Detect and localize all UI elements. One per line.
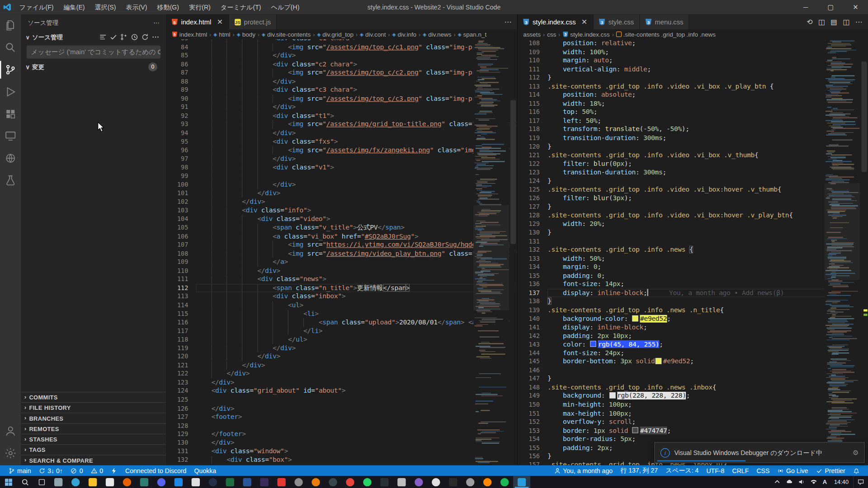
gimp-taskbar-icon[interactable]	[290, 476, 307, 488]
network-icon[interactable]	[808, 476, 820, 488]
code-line-152[interactable]: 152 overflow-y: scroll;	[518, 418, 868, 427]
refresh-icon[interactable]	[141, 33, 149, 41]
code-line-96[interactable]: 96 <img src="/assets/img/fx/zangeki1.png…	[166, 146, 517, 155]
code-line-93[interactable]: 93 <img src="/assets/img/grid_top-title.…	[166, 120, 517, 129]
code-line-102[interactable]: 102 </div>	[166, 198, 517, 206]
breadcrumb-item[interactable]: css	[547, 31, 556, 38]
remote-explorer-icon[interactable]	[0, 125, 21, 147]
code-line-125[interactable]: 125.site-contents .grid_top .info .video…	[518, 186, 868, 194]
code-line-124[interactable]: 124 <div class="grid_about" id="about">	[166, 387, 517, 395]
gitlens-section-branches[interactable]: ›BRANCHES	[21, 413, 166, 423]
code-line-126[interactable]: 126 </div>	[166, 404, 517, 413]
code-line-137[interactable]: 137 display: inline-block;You, a month a…	[518, 289, 868, 297]
source-control-icon[interactable]	[0, 59, 21, 81]
code-line-111[interactable]: 111 vertical-align: middle;	[518, 65, 868, 74]
task-view-icon[interactable]	[33, 476, 50, 488]
code-line-147[interactable]: 147}	[518, 375, 868, 383]
editor-action-icon-4[interactable]: ⋯	[855, 18, 863, 26]
code-line-117[interactable]: 117 left: 50%;	[518, 117, 868, 125]
vlc-taskbar-icon[interactable]	[479, 476, 496, 488]
code-line-88[interactable]: 88 </div>	[166, 77, 517, 86]
status-3-0[interactable]: 3↓ 0↑	[35, 465, 66, 476]
editor-action-icon-0[interactable]: ⟲	[807, 18, 812, 26]
status-crlf[interactable]: CRLF	[728, 465, 753, 476]
code-line-128[interactable]: 128	[166, 422, 517, 430]
code-line-148[interactable]: 148.site-contents .grid_top .info .news …	[518, 383, 868, 392]
code-line-94[interactable]: 94 </div>	[166, 129, 517, 137]
close-button[interactable]: ✕	[843, 0, 868, 14]
settings-taskbar-icon[interactable]	[462, 476, 479, 488]
start-button[interactable]	[0, 476, 17, 488]
minimap-right[interactable]	[824, 39, 860, 465]
code-line-149[interactable]: 149 background: rgb(228, 228, 228);	[518, 392, 868, 400]
epic-games-taskbar-icon[interactable]	[444, 476, 462, 488]
volume-icon[interactable]	[796, 476, 808, 488]
chevron-down-icon[interactable]: ∨	[23, 63, 32, 70]
code-line-110[interactable]: 110 </div>	[166, 267, 517, 275]
tab-style.index.css[interactable]: 3style.index.css✕	[518, 14, 594, 29]
create-branch-icon[interactable]	[120, 33, 128, 41]
editor-action-icon-1[interactable]: ◫	[818, 18, 825, 26]
steam-taskbar-icon[interactable]	[204, 476, 222, 488]
editor-action-icon-3[interactable]: ◫	[843, 18, 850, 26]
breadcrumb-item[interactable]: div.news	[428, 31, 451, 38]
code-line-113[interactable]: 113 <div class="inbox">	[166, 292, 517, 301]
code-line-131[interactable]: 131 <div class="window">	[166, 447, 517, 456]
code-line-86[interactable]: 86 <div class="c2 chara">	[166, 60, 517, 69]
code-editor-html[interactable]: 83 <div class="c1 chara">84 <img src="/a…	[166, 39, 517, 465]
code-line-111[interactable]: 111 <div class="news">	[166, 275, 517, 284]
tab-menu.css[interactable]: 3menu.css	[640, 14, 689, 29]
breadcrumb-item[interactable]: .site-contents .grid_top .info .news	[623, 31, 716, 38]
status-you-a-month-ago[interactable]: You, a month ago	[550, 465, 617, 476]
gitlens-section-remotes[interactable]: ›REMOTES	[21, 423, 166, 434]
code-line-109[interactable]: 109 width: 100%;	[518, 48, 868, 56]
search-icon[interactable]	[0, 37, 21, 59]
code-line-139[interactable]: 139.site-contents .grid_top .info .news …	[518, 306, 868, 314]
code-line-119[interactable]: 119 transition-duration: 300ms;	[518, 134, 868, 142]
status-main[interactable]: main	[5, 465, 35, 476]
code-line-89[interactable]: 89 <div class="c3 chara">	[166, 86, 517, 94]
code-line-120[interactable]: 120 </div>	[166, 352, 517, 361]
view-as-tree-icon[interactable]	[99, 33, 107, 41]
code-line-122[interactable]: 122 filter: blur(0px);	[518, 160, 868, 168]
color-swatch[interactable]	[632, 427, 638, 433]
status-utf-8[interactable]: UTF-8	[703, 465, 728, 476]
code-line-125[interactable]: 125	[166, 395, 517, 404]
status-connected-to-discord[interactable]: Connected to Discord	[121, 465, 190, 476]
more-icon[interactable]	[152, 33, 160, 41]
code-line-97[interactable]: 97 </div>	[166, 155, 517, 163]
onedrive-icon[interactable]	[783, 476, 796, 488]
ime-indicator[interactable]: A	[820, 476, 830, 488]
obs-taskbar-icon[interactable]	[325, 476, 342, 488]
menu-item-5[interactable]: 実行(R)	[184, 0, 216, 14]
code-line-100[interactable]: 100 </div>	[166, 181, 517, 189]
code-line-120[interactable]: 120}	[518, 142, 868, 151]
code-line-122[interactable]: 122 </div>	[166, 370, 517, 378]
visual-studio-taskbar-icon[interactable]	[410, 476, 427, 488]
code-line-153[interactable]: 153 border: 1px solid #474747;	[518, 427, 868, 435]
editor-action-icon-2[interactable]: ▤	[830, 18, 837, 26]
breadcrumb-item[interactable]: div.info	[397, 31, 416, 38]
code-line-101[interactable]: 101 </div>	[166, 189, 517, 198]
code-line-92[interactable]: 92 <div class="t1">	[166, 112, 517, 120]
code-line-109[interactable]: 109 </a>	[166, 258, 517, 267]
code-line-121[interactable]: 121 </div>	[166, 361, 517, 370]
menu-item-4[interactable]: 移動(G)	[152, 0, 184, 14]
code-line-128[interactable]: 128.site-contents .grid_top .info .video…	[518, 211, 868, 220]
changes-section-label[interactable]: 変更	[32, 63, 44, 71]
code-line-115[interactable]: 115 <li>	[166, 310, 517, 318]
color-swatch[interactable]	[656, 358, 661, 364]
color-swatch[interactable]	[590, 341, 596, 347]
code-line-146[interactable]: 146	[518, 366, 868, 375]
code-line-150[interactable]: 150 min-height: 100px;	[518, 400, 868, 409]
code-line-117[interactable]: 117 </li>	[166, 327, 517, 335]
premiere-taskbar-icon[interactable]	[256, 476, 273, 488]
scrollbar-left[interactable]	[510, 100, 516, 244]
code-line-110[interactable]: 110 margin: auto;	[518, 56, 868, 65]
code-line-90[interactable]: 90 <img src="/assets/img/top_c/c3.png" c…	[166, 94, 517, 103]
code-line-108[interactable]: 108 position: relative;	[518, 39, 868, 48]
whatsapp-taskbar-icon[interactable]	[359, 476, 376, 488]
breadcrumb-item[interactable]: html	[219, 31, 230, 38]
sharex-taskbar-icon[interactable]	[136, 476, 153, 488]
code-line-107[interactable]: 107 <img src="https://i.ytimg.com/vi/SQ2…	[166, 241, 517, 249]
